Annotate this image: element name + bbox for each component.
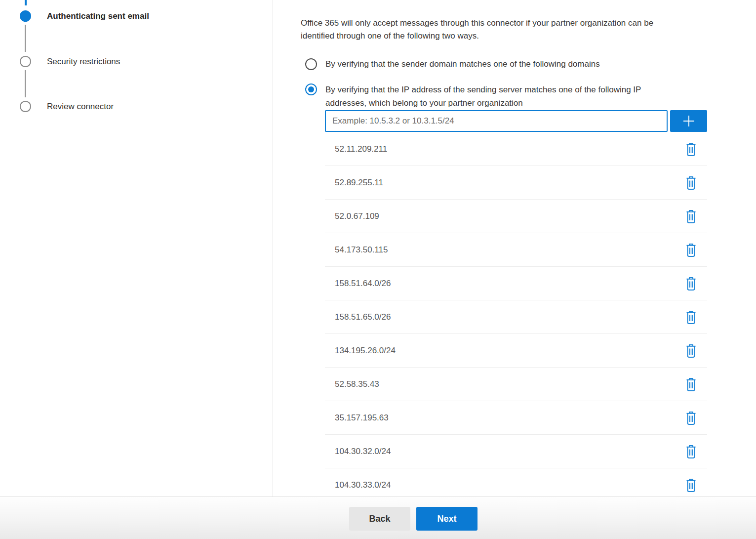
ip-row: 134.195.26.0/24 [325,334,707,368]
ip-address-input[interactable] [325,110,668,132]
add-ip-button[interactable] [670,110,707,132]
ip-address-text: 54.173.50.115 [335,245,388,255]
ip-address-text: 52.89.255.11 [335,178,383,188]
delete-ip-button[interactable] [681,239,700,261]
step-label-review-connector: Review connector [47,101,114,112]
ip-address-text: 52.11.209.211 [335,144,387,154]
ip-list: 52.11.209.211 52.89.255.11 [325,132,707,502]
ip-address-text: 158.51.65.0/26 [335,312,391,322]
wizard-footer: Back Next [0,497,756,539]
radio-sender-domain[interactable] [305,58,317,70]
sidebar-content-divider [273,0,273,497]
trash-icon [685,142,697,156]
ip-row: 52.0.67.109 [325,200,707,233]
trash-icon [685,377,697,391]
step-indicator-authenticating-sent-email [20,10,31,22]
ip-row: 52.11.209.211 [325,132,707,166]
trash-icon [685,411,697,425]
ip-address-text: 104.30.32.0/24 [335,447,391,456]
delete-ip-button[interactable] [681,138,700,160]
delete-ip-button[interactable] [681,172,700,194]
radio-ip-address[interactable] [305,83,317,95]
stepper-connector-top [25,0,27,5]
trash-icon [685,176,697,190]
ip-row: 52.89.255.11 [325,166,707,200]
ip-address-text: 52.0.67.109 [335,211,379,221]
delete-ip-button[interactable] [681,373,700,395]
ip-row: 52.58.35.43 [325,368,707,401]
ip-row: 104.30.32.0/24 [325,435,707,468]
back-button[interactable]: Back [349,507,410,531]
connector-wizard-page: Authenticating sent email Security restr… [0,0,756,539]
radio-ip-address-label[interactable]: By verifying that the IP address of the … [325,83,641,110]
step-label-authenticating-sent-email: Authenticating sent email [47,10,149,22]
plus-icon [681,113,697,129]
next-button[interactable]: Next [416,507,477,531]
delete-ip-button[interactable] [681,474,700,496]
ip-row: 158.51.65.0/26 [325,300,707,334]
trash-icon [685,243,697,257]
delete-ip-button[interactable] [681,340,700,362]
stepper-connector-line [25,25,26,52]
step-indicator-security-restrictions [20,56,31,67]
ip-address-text: 134.195.26.0/24 [335,346,396,356]
ip-address-text: 52.58.35.43 [335,379,379,389]
step-indicator-review-connector [20,101,31,112]
ip-row: 35.157.195.63 [325,401,707,435]
delete-ip-button[interactable] [681,306,700,328]
trash-icon [685,277,697,290]
ip-row: 54.173.50.115 [325,233,707,267]
ip-address-text: 104.30.33.0/24 [335,480,391,490]
delete-ip-button[interactable] [681,407,700,429]
trash-icon [685,344,697,358]
stepper-connector-line [25,70,26,97]
radio-sender-domain-label[interactable]: By verifying that the sender domain matc… [325,59,600,70]
intro-text: Office 365 will only accept messages thr… [301,17,653,42]
trash-icon [685,310,697,324]
ip-address-text: 35.157.195.63 [335,413,389,423]
step-label-security-restrictions: Security restrictions [47,56,120,67]
delete-ip-button[interactable] [681,273,700,294]
trash-icon [685,478,697,492]
trash-icon [685,209,697,223]
delete-ip-button[interactable] [681,441,700,462]
trash-icon [685,445,697,458]
ip-address-text: 158.51.64.0/26 [335,279,391,289]
delete-ip-button[interactable] [681,206,700,227]
ip-row: 158.51.64.0/26 [325,267,707,300]
wizard-stepper: Authenticating sent email Security restr… [0,0,273,497]
